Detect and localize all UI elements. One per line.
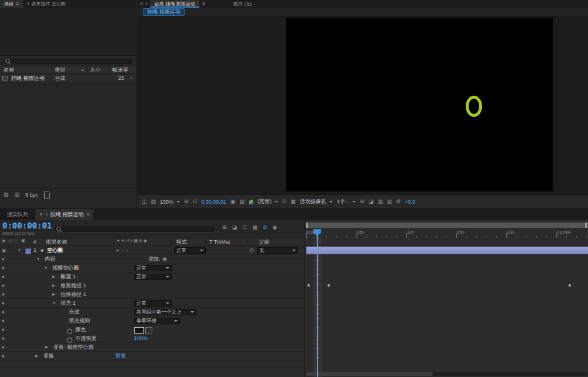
- keyframe-navigator-icon[interactable]: ◆: [2, 317, 5, 325]
- reset-link[interactable]: 重置: [115, 352, 126, 361]
- pixel-aspect-icon[interactable]: ⊞: [360, 199, 365, 204]
- twirl-icon[interactable]: ▶: [52, 290, 55, 299]
- primary-viewer-icon[interactable]: ▤: [151, 199, 156, 204]
- layer-mode-select[interactable]: 正常: [174, 247, 206, 254]
- always-preview-icon[interactable]: ◫: [142, 199, 147, 204]
- keyframe-dot[interactable]: [569, 284, 571, 287]
- blend-mode-select[interactable]: 正常: [134, 274, 172, 280]
- property-label[interactable]: 摇摆空心圆: [52, 264, 79, 272]
- layer-switches[interactable]: ✦○\: [116, 246, 130, 255]
- property-row-color[interactable]: ◆ 颜色: [0, 325, 304, 334]
- property-label[interactable]: 变换: 摇摆空心圆: [54, 343, 93, 352]
- twirl-icon[interactable]: ▼: [36, 255, 40, 264]
- motion-blur-icon[interactable]: ⊘: [263, 225, 268, 230]
- twirl-icon[interactable]: ▶: [52, 281, 55, 290]
- column-parent[interactable]: 父级: [259, 238, 269, 245]
- keyframe-navigator-icon[interactable]: ◆: [2, 325, 5, 334]
- trash-icon[interactable]: [44, 193, 50, 198]
- keyframe-navigator-icon[interactable]: ◆: [2, 343, 5, 352]
- hide-shy-layers-icon[interactable]: ☰: [242, 225, 247, 230]
- keyframe-navigator-icon[interactable]: ◆: [2, 352, 5, 361]
- property-row-trim-paths[interactable]: ◆ ▶ 修剪路径 1: [0, 281, 304, 290]
- snapshot-icon[interactable]: ▣: [230, 199, 236, 204]
- twirl-icon[interactable]: ▶: [35, 352, 38, 361]
- comp-flowchart-icon[interactable]: ▥: [387, 199, 392, 204]
- current-time-indicator-line[interactable]: [317, 235, 318, 377]
- keyframe-dot[interactable]: [308, 284, 310, 287]
- property-row-group[interactable]: ◆ ▼ 摇摆空心圆 正常: [0, 264, 304, 272]
- column-index[interactable]: #: [34, 238, 36, 245]
- property-label[interactable]: 修剪路径 1: [61, 281, 86, 290]
- track-area[interactable]: 0:00f 05F 10f 15F 20F 01:00F I I I I I I: [305, 220, 588, 377]
- keyframe-navigator-icon[interactable]: ◆: [2, 308, 5, 317]
- color-options-icon[interactable]: [145, 327, 152, 334]
- layer-duration-bar[interactable]: [306, 247, 588, 254]
- horizontal-scrollbar-thumb[interactable]: [306, 372, 433, 376]
- property-row-fill-rule[interactable]: ◆ 填充规则 非零环绕: [0, 317, 304, 325]
- hollow-circle-shape[interactable]: [466, 96, 482, 117]
- property-label[interactable]: 变换: [44, 352, 54, 361]
- exposure-value[interactable]: +0.0: [405, 199, 415, 205]
- view-layout-select[interactable]: 1个...: [337, 198, 356, 206]
- timeline-button-icon[interactable]: ▤: [377, 199, 383, 204]
- property-label[interactable]: 合成: [69, 308, 79, 317]
- column-divider[interactable]: [87, 68, 88, 72]
- current-time-display[interactable]: 0:00:00:01: [2, 221, 52, 230]
- property-label[interactable]: 填充 1: [61, 299, 76, 308]
- close-icon[interactable]: ×: [140, 1, 143, 6]
- keyframe-navigator-icon[interactable]: ◆: [2, 334, 5, 343]
- eye-column-icon[interactable]: ◉: [2, 238, 5, 243]
- bit-depth-label[interactable]: 8 bpc: [25, 192, 38, 198]
- color-swatch[interactable]: [134, 327, 144, 334]
- tab-timeline-comp[interactable]: × ▪ 挂绳 摇摆运动 ≡: [35, 209, 93, 220]
- panel-menu-icon[interactable]: ≡: [202, 1, 205, 6]
- navigator-start-handle[interactable]: [306, 223, 308, 228]
- solo-column-icon[interactable]: ○: [15, 238, 17, 243]
- column-framerate[interactable]: 帧速率: [112, 66, 128, 73]
- blend-mode-select[interactable]: 正常: [134, 265, 172, 271]
- horizontal-scrollbar[interactable]: [306, 372, 587, 376]
- interpret-footage-icon[interactable]: ▤: [4, 192, 9, 197]
- property-row-ellipse[interactable]: ◆ ▶ 椭圆 1 正常: [0, 272, 304, 281]
- zoom-select[interactable]: 100%: [160, 199, 180, 205]
- transparency-grid-icon[interactable]: ▦: [290, 199, 296, 204]
- twirl-icon[interactable]: ▼: [18, 246, 21, 255]
- property-row-transform[interactable]: ◆ ▶ 变换 重置: [0, 352, 304, 361]
- column-type[interactable]: 类型: [55, 66, 65, 73]
- property-label[interactable]: 不透明度: [75, 334, 96, 343]
- graph-editor-icon[interactable]: ◉: [272, 225, 277, 230]
- column-layer-name[interactable]: 图层名称: [46, 238, 67, 245]
- property-label[interactable]: 椭圆 1: [61, 272, 76, 281]
- twirl-icon[interactable]: ▼: [52, 299, 56, 308]
- time-navigator-bar[interactable]: [306, 223, 587, 228]
- keyframe-navigator-icon[interactable]: ◆: [2, 255, 5, 264]
- comp-viewer[interactable]: [137, 16, 588, 194]
- column-size[interactable]: 大小: [90, 66, 101, 73]
- fill-rule-select[interactable]: 非零环绕: [134, 318, 180, 324]
- resolution-select[interactable]: (完整): [258, 198, 278, 206]
- layer-name[interactable]: 空心圈: [47, 246, 63, 255]
- keyframe-navigator-icon[interactable]: ◆: [2, 281, 5, 290]
- sort-asc-icon[interactable]: ▲: [81, 66, 85, 73]
- exposure-gear-icon[interactable]: ⚙: [396, 199, 400, 204]
- pickwhip-icon[interactable]: ◎: [249, 246, 254, 255]
- column-trkmat[interactable]: T TrkMat: [209, 238, 230, 245]
- keyframe-navigator-icon[interactable]: ◆: [2, 272, 5, 281]
- column-divider[interactable]: [52, 68, 52, 72]
- view-select[interactable]: 活动摄像机: [300, 198, 333, 206]
- lock-column-icon[interactable]: ▣: [21, 238, 25, 243]
- property-row-opacity[interactable]: ◆ 不透明度 100%: [0, 334, 304, 343]
- column-name[interactable]: 名称: [4, 66, 14, 73]
- frame-blending-icon[interactable]: ▦: [252, 225, 258, 230]
- tab-layer[interactable]: 图层 (无): [229, 0, 256, 8]
- comp-mini-flowchart-icon[interactable]: ⊞: [222, 225, 227, 230]
- fast-previews-icon[interactable]: ◪: [369, 199, 374, 204]
- property-row-group-transform[interactable]: ◆ ▶ 变换: 摇摆空心圆: [0, 343, 304, 352]
- property-label[interactable]: 颜色: [75, 325, 86, 334]
- layer-row[interactable]: ◉ ▼ 1 ★ 空心圈 ✦○\ 正常 ◎ 无: [0, 246, 304, 255]
- property-label[interactable]: 位移路径 1: [61, 290, 86, 299]
- panel-menu-icon[interactable]: ≡: [16, 1, 19, 6]
- property-row-contents[interactable]: ◆ ▼ 内容 添加: ◉: [0, 255, 304, 264]
- project-search-input[interactable]: [2, 57, 134, 65]
- keyframe-navigator-icon[interactable]: ◆: [2, 299, 5, 308]
